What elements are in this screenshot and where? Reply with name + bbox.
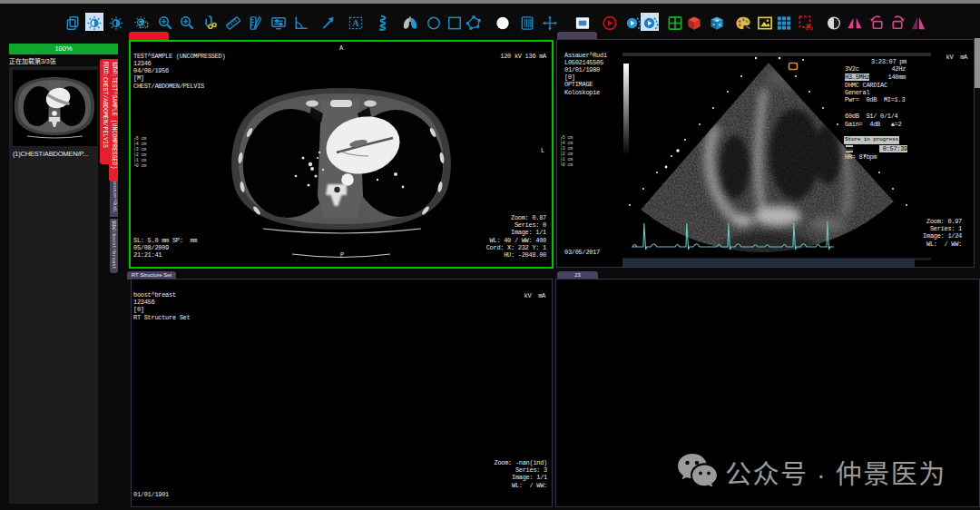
svg-text:R: R	[719, 24, 721, 27]
svg-text:P: P	[713, 24, 716, 27]
svg-text:A: A	[352, 18, 359, 28]
svg-text:M: M	[716, 19, 719, 23]
